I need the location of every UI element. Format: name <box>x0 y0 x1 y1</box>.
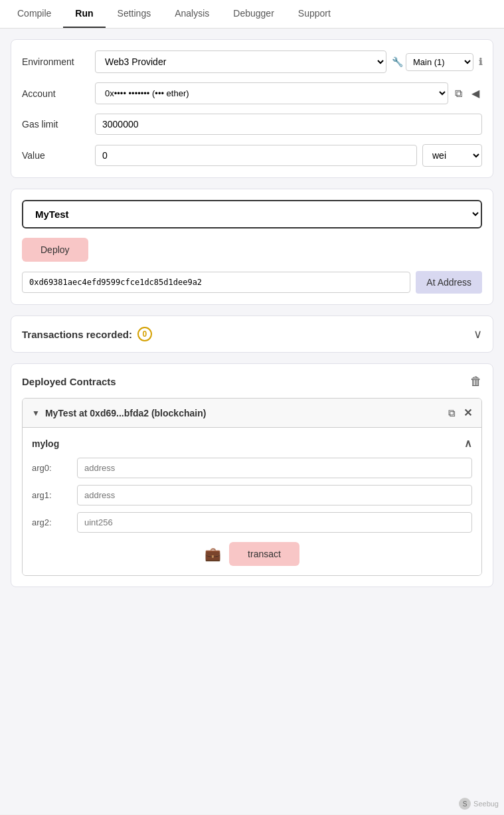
account-label: Account <box>22 88 95 99</box>
chevron-down-icon: ∨ <box>473 327 482 341</box>
address-row: At Address <box>22 271 482 294</box>
tab-compile[interactable]: Compile <box>5 0 63 28</box>
env-select-wrap: Web3 Provider JavaScript VM Injected Web… <box>95 50 482 73</box>
value-row: Value wei gwei finney ether <box>22 144 482 167</box>
seebug-watermark: S Seebug <box>459 798 499 810</box>
contract-select-wrap: MyTest <box>22 200 482 228</box>
deploy-card: MyTest Deploy At Address <box>11 189 493 305</box>
expand-arrow-icon[interactable]: ▼ <box>32 408 40 418</box>
seebug-logo: S <box>459 798 471 810</box>
value-wrap: wei gwei finney ether <box>95 144 482 167</box>
more-account-button[interactable]: ◀ <box>469 84 482 102</box>
environment-row: Environment Web3 Provider JavaScript VM … <box>22 50 482 73</box>
arg0-label: arg0: <box>32 463 72 473</box>
network-select[interactable]: Main (1) Ropsten (3) <box>406 53 473 71</box>
contract-methods: mylog ∧ arg0: arg1: arg2: <box>23 428 481 575</box>
briefcase-icon[interactable]: 💼 <box>205 546 221 562</box>
tab-support[interactable]: Support <box>286 0 343 28</box>
value-input[interactable] <box>95 145 417 166</box>
transactions-section[interactable]: Transactions recorded: 0 ∨ <box>11 316 493 353</box>
method-arg-2: arg2: <box>32 512 472 533</box>
deployed-header: Deployed Contracts 🗑 <box>22 375 482 389</box>
contract-instance-header: ▼ MyTest at 0xd69...bfda2 (blockchain) ⧉… <box>23 399 481 428</box>
tab-run[interactable]: Run <box>63 0 105 28</box>
tab-bar: Compile Run Settings Analysis Debugger S… <box>0 0 504 29</box>
copy-account-button[interactable]: ⧉ <box>452 85 465 102</box>
account-row: Account 0x•••• ••••••• (••• ether) ⧉ ◀ <box>22 82 482 104</box>
arg0-input[interactable] <box>77 458 472 478</box>
gas-limit-row: Gas limit <box>22 114 482 135</box>
chevron-up-icon[interactable]: ∧ <box>464 437 472 450</box>
environment-select[interactable]: Web3 Provider JavaScript VM Injected Web… <box>95 50 386 73</box>
tab-settings[interactable]: Settings <box>106 0 163 28</box>
settings-card: Environment Web3 Provider JavaScript VM … <box>11 39 493 178</box>
method-arg-1: arg1: <box>32 485 472 505</box>
deployed-contracts-title: Deployed Contracts <box>22 376 116 387</box>
trash-icon[interactable]: 🗑 <box>470 375 482 389</box>
unit-select[interactable]: wei gwei finney ether <box>422 144 482 167</box>
address-input[interactable] <box>22 272 410 293</box>
at-address-button[interactable]: At Address <box>416 271 482 294</box>
info-icon[interactable]: ℹ <box>479 56 482 67</box>
arg1-label: arg1: <box>32 490 72 500</box>
value-label: Value <box>22 150 95 161</box>
transactions-label: Transactions recorded: 0 <box>22 327 152 341</box>
seebug-label: Seebug <box>473 800 499 808</box>
deployed-section: Deployed Contracts 🗑 ▼ MyTest at 0xd69..… <box>11 363 493 587</box>
arg2-label: arg2: <box>32 517 72 527</box>
arg1-input[interactable] <box>77 485 472 505</box>
contract-instance: ▼ MyTest at 0xd69...bfda2 (blockchain) ⧉… <box>22 398 482 576</box>
deploy-button[interactable]: Deploy <box>22 238 88 262</box>
transact-button[interactable]: transact <box>229 542 299 566</box>
arg2-input[interactable] <box>77 512 472 533</box>
method-arg-0: arg0: <box>32 458 472 478</box>
account-wrap: 0x•••• ••••••• (••• ether) ⧉ ◀ <box>95 82 482 104</box>
method-name: mylog ∧ <box>32 437 472 450</box>
transactions-count-badge: 0 <box>137 327 152 341</box>
method-name-label: mylog <box>32 438 59 449</box>
close-contract-icon[interactable]: ✕ <box>463 407 472 419</box>
transactions-text: Transactions recorded: <box>22 329 132 340</box>
contract-instance-name: MyTest at 0xd69...bfda2 (blockchain) <box>45 408 443 418</box>
network-badge: 🔧 Main (1) Ropsten (3) <box>392 53 473 71</box>
copy-contract-icon[interactable]: ⧉ <box>448 407 456 419</box>
account-select[interactable]: 0x•••• ••••••• (••• ether) <box>95 82 448 104</box>
wrench-icon: 🔧 <box>392 56 403 67</box>
contract-select[interactable]: MyTest <box>22 200 482 228</box>
tab-debugger[interactable]: Debugger <box>221 0 286 28</box>
environment-label: Environment <box>22 56 95 67</box>
tab-analysis[interactable]: Analysis <box>163 0 221 28</box>
gas-limit-input[interactable] <box>95 114 482 135</box>
gas-limit-label: Gas limit <box>22 119 95 130</box>
method-actions: 💼 transact <box>32 542 472 566</box>
main-content: Environment Web3 Provider JavaScript VM … <box>0 29 504 814</box>
